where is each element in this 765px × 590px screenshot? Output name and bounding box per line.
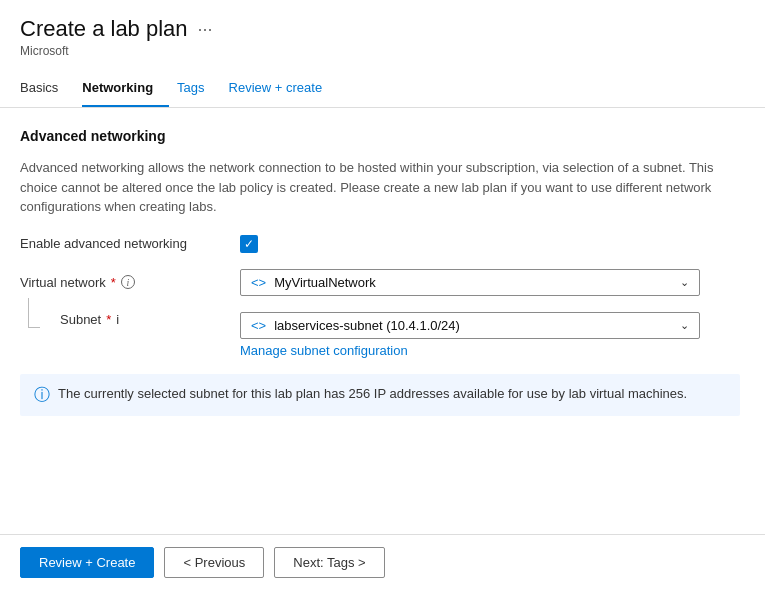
network-icon: <>	[251, 275, 266, 290]
chevron-down-icon: ⌄	[680, 276, 689, 289]
ip-info-text: The currently selected subnet for this l…	[58, 384, 687, 404]
subnet-value: labservices-subnet (10.4.1.0/24)	[274, 318, 460, 333]
previous-button[interactable]: < Previous	[164, 547, 264, 578]
next-button[interactable]: Next: Tags >	[274, 547, 384, 578]
checkmark-icon: ✓	[244, 238, 254, 250]
enable-networking-row: Enable advanced networking ✓	[20, 235, 745, 253]
tab-basics[interactable]: Basics	[20, 70, 74, 107]
tab-tags[interactable]: Tags	[177, 70, 220, 107]
page-title: Create a lab plan	[20, 16, 188, 42]
footer-bar: Review + Create < Previous Next: Tags >	[0, 534, 765, 590]
virtual-network-row: Virtual network * i <> MyVirtualNetwork …	[20, 269, 745, 296]
virtual-network-label: Virtual network * i	[20, 275, 240, 290]
tab-networking[interactable]: Networking	[82, 70, 169, 107]
main-content: Advanced networking Advanced networking …	[0, 108, 765, 534]
more-options-icon[interactable]: ···	[198, 19, 213, 40]
tab-review-create[interactable]: Review + create	[229, 70, 339, 107]
info-circle-icon: ⓘ	[34, 385, 50, 406]
tab-bar: Basics Networking Tags Review + create	[0, 70, 765, 108]
enable-networking-checkbox[interactable]: ✓	[240, 235, 258, 253]
subnet-info-icon[interactable]: i	[116, 312, 119, 327]
subnet-dropdown[interactable]: <> labservices-subnet (10.4.1.0/24) ⌄	[240, 312, 700, 339]
section-title: Advanced networking	[20, 128, 745, 144]
ip-info-banner: ⓘ The currently selected subnet for this…	[20, 374, 740, 416]
virtual-network-dropdown[interactable]: <> MyVirtualNetwork ⌄	[240, 269, 700, 296]
review-create-button[interactable]: Review + Create	[20, 547, 154, 578]
virtual-network-info-icon[interactable]: i	[121, 275, 135, 289]
page-subtitle: Microsoft	[20, 44, 745, 58]
section-description: Advanced networking allows the network c…	[20, 158, 740, 217]
subnet-chevron-down-icon: ⌄	[680, 319, 689, 332]
virtual-network-value: MyVirtualNetwork	[274, 275, 376, 290]
manage-subnet-link[interactable]: Manage subnet configuration	[240, 343, 745, 358]
subnet-label: Subnet * i	[60, 312, 240, 327]
checkbox-checked[interactable]: ✓	[240, 235, 258, 253]
subnet-icon: <>	[251, 318, 266, 333]
enable-networking-label: Enable advanced networking	[20, 236, 240, 251]
